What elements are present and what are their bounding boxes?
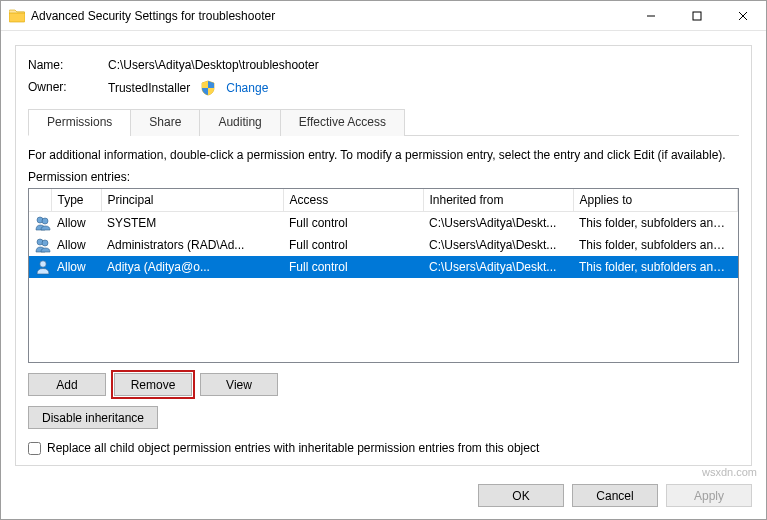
name-label: Name: (28, 58, 108, 72)
permission-table[interactable]: Type Principal Access Inherited from App… (28, 188, 739, 363)
cancel-button[interactable]: Cancel (572, 484, 658, 507)
row-access: Full control (283, 234, 423, 256)
header-inherited[interactable]: Inherited from (423, 189, 573, 212)
ok-button[interactable]: OK (478, 484, 564, 507)
tab-auditing[interactable]: Auditing (199, 109, 280, 136)
minimize-button[interactable] (628, 1, 674, 31)
add-button[interactable]: Add (28, 373, 106, 396)
tab-permissions[interactable]: Permissions (28, 109, 131, 136)
tab-effective-access[interactable]: Effective Access (280, 109, 405, 136)
header-icon[interactable] (29, 189, 51, 212)
row-applies: This folder, subfolders and files (573, 212, 738, 235)
row-icon-cell (29, 234, 51, 256)
row-inherited: C:\Users\Aditya\Deskt... (423, 234, 573, 256)
row-type: Allow (51, 212, 101, 235)
users-icon (35, 237, 51, 253)
window: Advanced Security Settings for troublesh… (0, 0, 767, 520)
row-access: Full control (283, 256, 423, 278)
close-button[interactable] (720, 1, 766, 31)
svg-point-8 (42, 240, 48, 246)
change-owner-link[interactable]: Change (226, 81, 268, 95)
window-title: Advanced Security Settings for troublesh… (31, 9, 275, 23)
replace-children-row: Replace all child object permission entr… (28, 441, 739, 455)
row-applies: This folder, subfolders and files (573, 234, 738, 256)
row-type: Allow (51, 234, 101, 256)
header-applies[interactable]: Applies to (573, 189, 738, 212)
table-row[interactable]: AllowAditya (Aditya@o...Full controlC:\U… (29, 256, 738, 278)
replace-children-label[interactable]: Replace all child object permission entr… (47, 441, 539, 455)
svg-rect-0 (9, 12, 25, 22)
row-principal: SYSTEM (101, 212, 283, 235)
view-button[interactable]: View (200, 373, 278, 396)
shield-icon (200, 80, 216, 96)
row-type: Allow (51, 256, 101, 278)
disable-inheritance-button[interactable]: Disable inheritance (28, 406, 158, 429)
row-applies: This folder, subfolders and files (573, 256, 738, 278)
remove-button[interactable]: Remove (114, 373, 192, 396)
row-inherited: C:\Users\Aditya\Deskt... (423, 212, 573, 235)
header-access[interactable]: Access (283, 189, 423, 212)
svg-point-6 (42, 218, 48, 224)
folder-icon (9, 8, 25, 24)
row-icon-cell (29, 256, 51, 278)
owner-value: TrustedInstaller (108, 81, 190, 95)
users-icon (35, 215, 51, 231)
content-area: Name: C:\Users\Aditya\Desktop\troublesho… (1, 31, 766, 476)
svg-rect-2 (693, 12, 701, 20)
permission-entries-label: Permission entries: (28, 170, 739, 184)
svg-point-9 (40, 261, 46, 267)
replace-children-checkbox[interactable] (28, 442, 41, 455)
row-access: Full control (283, 212, 423, 235)
tab-strip: Permissions Share Auditing Effective Acc… (28, 108, 739, 136)
row-icon-cell (29, 212, 51, 235)
owner-label: Owner: (28, 80, 108, 96)
row-principal: Aditya (Aditya@o... (101, 256, 283, 278)
maximize-button[interactable] (674, 1, 720, 31)
inner-panel: Name: C:\Users\Aditya\Desktop\troublesho… (15, 45, 752, 466)
table-header-row: Type Principal Access Inherited from App… (29, 189, 738, 212)
owner-row: Owner: TrustedInstaller Change (28, 80, 739, 96)
user-icon (35, 259, 51, 275)
name-value: C:\Users\Aditya\Desktop\troubleshooter (108, 58, 739, 72)
apply-button[interactable]: Apply (666, 484, 752, 507)
inheritance-buttons: Disable inheritance (28, 406, 739, 429)
header-principal[interactable]: Principal (101, 189, 283, 212)
tab-share[interactable]: Share (130, 109, 200, 136)
entry-buttons: Add Remove View (28, 373, 739, 396)
dialog-footer: OK Cancel Apply (1, 476, 766, 519)
titlebar: Advanced Security Settings for troublesh… (1, 1, 766, 31)
row-inherited: C:\Users\Aditya\Deskt... (423, 256, 573, 278)
table-row[interactable]: AllowSYSTEMFull controlC:\Users\Aditya\D… (29, 212, 738, 235)
name-row: Name: C:\Users\Aditya\Desktop\troublesho… (28, 58, 739, 72)
table-row[interactable]: AllowAdministrators (RAD\Ad...Full contr… (29, 234, 738, 256)
header-type[interactable]: Type (51, 189, 101, 212)
row-principal: Administrators (RAD\Ad... (101, 234, 283, 256)
info-text: For additional information, double-click… (28, 148, 739, 162)
